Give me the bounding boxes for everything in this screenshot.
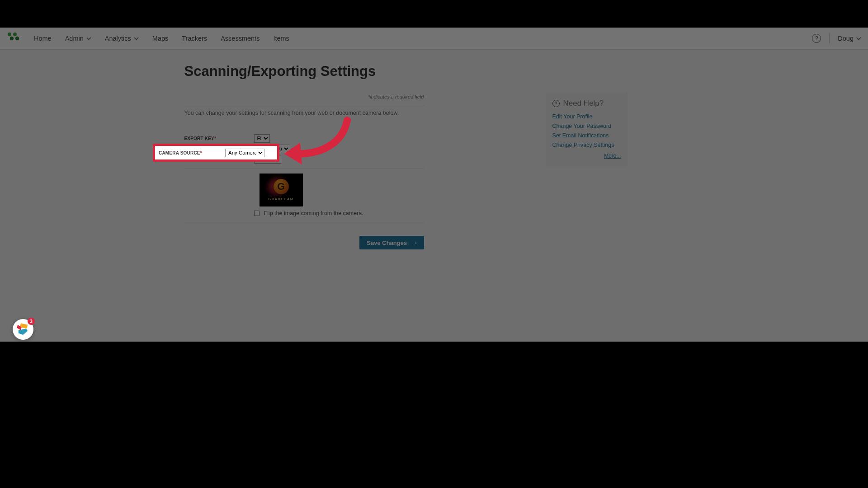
divider xyxy=(184,169,424,169)
svg-point-0 xyxy=(8,33,11,36)
camera-source-select[interactable]: Any Camera xyxy=(225,149,264,157)
help-more-link[interactable]: More... xyxy=(604,153,621,159)
help-icon: ? xyxy=(552,100,560,107)
camera-preview: G GRADECAM xyxy=(259,174,303,206)
divider xyxy=(829,33,830,44)
gradecam-logo-icon: G xyxy=(274,179,289,194)
export-key-row: EXPORT KEY* F8 xyxy=(184,133,526,143)
notifications-widget[interactable]: 3 xyxy=(13,319,33,340)
save-changes-button[interactable]: Save Changes › xyxy=(359,236,424,249)
page-title: Scanning/Exporting Settings xyxy=(184,63,526,80)
required-note: *indicates a required field xyxy=(184,94,424,99)
export-key-label: EXPORT KEY* xyxy=(184,136,254,141)
help-link-email-notifications[interactable]: Set Email Notifications xyxy=(552,132,621,139)
gradecam-label: GRADECAM xyxy=(268,197,293,201)
top-navbar: Home Admin Analytics Maps Trackers Asses… xyxy=(0,28,868,50)
camera-source-label: CAMERA SOURCE* xyxy=(159,150,225,155)
chevron-right-icon: › xyxy=(415,240,416,245)
help-link-edit-profile[interactable]: Edit Your Profile xyxy=(552,113,621,120)
help-link-privacy-settings[interactable]: Change Privacy Settings xyxy=(552,142,621,148)
flip-image-label: Flip the image coming from the camera. xyxy=(264,210,363,216)
logo-icon xyxy=(7,32,19,41)
nav-items[interactable]: Items xyxy=(266,28,296,50)
user-menu[interactable]: Doug xyxy=(838,35,861,42)
chevron-down-icon xyxy=(86,37,91,40)
nav-admin[interactable]: Admin xyxy=(58,28,98,50)
hint-text: You can change your settings for scannin… xyxy=(184,110,526,116)
help-link-change-password[interactable]: Change Your Password xyxy=(552,123,621,129)
svg-point-2 xyxy=(10,37,14,40)
svg-point-1 xyxy=(13,33,17,36)
need-help-panel: ? Need Help? Edit Your Profile Change Yo… xyxy=(546,93,627,167)
nav-trackers[interactable]: Trackers xyxy=(175,28,214,50)
divider xyxy=(184,223,424,223)
brand-logo[interactable] xyxy=(7,32,20,45)
chevron-down-icon xyxy=(856,37,861,40)
help-icon[interactable]: ? xyxy=(812,34,821,43)
chevron-down-icon xyxy=(134,37,139,40)
nav-maps[interactable]: Maps xyxy=(146,28,175,50)
notifications-badge: 3 xyxy=(28,318,35,325)
need-help-heading: ? Need Help? xyxy=(552,99,621,108)
svg-point-3 xyxy=(15,37,19,40)
export-key-select[interactable]: F8 xyxy=(254,134,270,143)
divider xyxy=(184,105,424,105)
camera-source-highlight: CAMERA SOURCE* Any Camera xyxy=(153,144,279,162)
flip-image-checkbox[interactable] xyxy=(254,211,259,216)
nav-assessments[interactable]: Assessments xyxy=(214,28,266,50)
nav-home[interactable]: Home xyxy=(27,28,58,50)
nav-analytics[interactable]: Analytics xyxy=(98,28,146,50)
